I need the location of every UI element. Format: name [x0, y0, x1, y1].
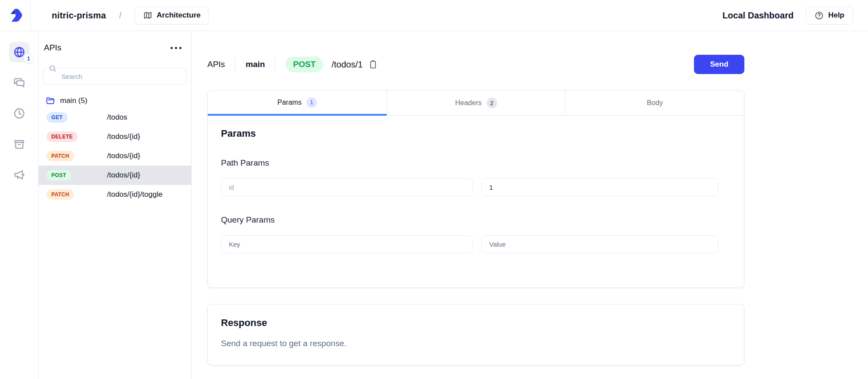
- nitric-logo-icon: [7, 7, 24, 24]
- breadcrumb-root: APIs: [207, 60, 225, 69]
- apis-sidebar: APIs main (5) GET /todos: [39, 31, 192, 379]
- breadcrumb-divider: [235, 57, 235, 72]
- method-badge: PATCH: [46, 151, 74, 161]
- architecture-label: Architecture: [157, 11, 200, 20]
- architecture-button[interactable]: Architecture: [135, 7, 209, 25]
- method-badge: POST: [46, 170, 71, 181]
- endpoint-row-post-todo[interactable]: POST /todos/{id}: [39, 166, 191, 185]
- endpoint-path: /todos/{id}: [107, 152, 140, 160]
- api-group-label: main (5): [60, 96, 87, 105]
- query-param-value-input[interactable]: [481, 235, 718, 253]
- megaphone-icon: [13, 169, 25, 181]
- rail-item-schedules[interactable]: [9, 103, 29, 124]
- sidebar-title: APIs: [44, 43, 61, 53]
- request-path: /todos/1: [331, 60, 363, 70]
- help-button[interactable]: Help: [806, 7, 853, 25]
- endpoint-row-delete-todo[interactable]: DELETE /todos/{id}: [39, 127, 191, 146]
- path-params-row: [221, 178, 717, 196]
- request-tabs: Params 1 Headers 2 Body: [208, 91, 744, 116]
- response-card: Response Send a request to get a respons…: [207, 304, 744, 365]
- method-badge: DELETE: [46, 131, 78, 142]
- path-param-value-input[interactable]: [481, 178, 718, 196]
- endpoint-path: /todos: [107, 113, 127, 122]
- path-params-title: Path Params: [221, 158, 717, 168]
- request-card: Params 1 Headers 2 Body Params Path Para…: [207, 90, 744, 288]
- method-badge: GET: [46, 112, 68, 123]
- method-badge: PATCH: [46, 189, 74, 200]
- endpoint-path: /todos/{id}: [107, 171, 140, 180]
- endpoint-row-get-todos[interactable]: GET /todos: [39, 108, 191, 127]
- tab-headers-label: Headers: [455, 99, 481, 107]
- icon-rail: 1: [0, 31, 39, 379]
- tab-params[interactable]: Params 1: [208, 91, 387, 116]
- apis-count-badge: 1: [24, 53, 34, 64]
- tab-params-label: Params: [277, 99, 302, 106]
- tab-headers-count-badge: 2: [487, 98, 497, 108]
- query-param-key-input[interactable]: [221, 235, 473, 253]
- rail-item-chat[interactable]: [9, 73, 29, 93]
- help-circle-icon: [815, 11, 824, 20]
- help-label: Help: [828, 11, 844, 20]
- endpoint-row-patch-toggle[interactable]: PATCH /todos/{id}/toggle: [39, 185, 191, 204]
- top-bar: nitric-prisma / Architecture Local Dashb…: [0, 0, 868, 31]
- params-title: Params: [221, 128, 717, 139]
- local-dashboard-label: Local Dashboard: [722, 11, 793, 21]
- request-method-badge: POST: [285, 57, 323, 72]
- endpoint-list: GET /todos DELETE /todos/{id} PATCH /tod…: [43, 108, 187, 204]
- endpoint-path: /todos/{id}: [107, 132, 140, 141]
- tab-body-label: Body: [647, 99, 662, 107]
- project-name: nitric-prisma: [52, 11, 106, 21]
- tab-headers[interactable]: Headers 2: [387, 91, 566, 116]
- request-breadcrumb: APIs main POST /todos/1: [207, 55, 868, 74]
- response-title: Response: [221, 317, 731, 329]
- archive-box-icon: [13, 138, 25, 150]
- logo-cell: [0, 0, 31, 31]
- api-group-main[interactable]: main (5): [43, 96, 187, 106]
- endpoint-path: /todos/{id}/toggle: [107, 190, 163, 199]
- tab-params-count-badge: 1: [306, 97, 317, 108]
- breadcrumb-group: main: [245, 60, 265, 69]
- rail-item-topics[interactable]: [9, 165, 29, 185]
- query-params-title: Query Params: [221, 215, 717, 225]
- tab-body[interactable]: Body: [565, 91, 744, 116]
- chat-bubbles-icon: [13, 77, 25, 89]
- rail-item-apis[interactable]: 1: [9, 42, 29, 62]
- search-input[interactable]: [43, 68, 187, 85]
- clock-icon: [13, 107, 25, 120]
- path-param-key-input[interactable]: [221, 178, 473, 196]
- send-button[interactable]: Send: [694, 55, 744, 74]
- folder-open-icon: [46, 96, 55, 106]
- breadcrumb-separator: /: [119, 11, 122, 21]
- params-panel: Params Path Params Query Params: [208, 116, 744, 287]
- endpoint-row-patch-todo[interactable]: PATCH /todos/{id}: [39, 146, 191, 166]
- main-content: APIs main POST /todos/1 Send Params 1: [192, 31, 868, 379]
- response-empty-message: Send a request to get a response.: [221, 339, 731, 348]
- query-params-row: [221, 235, 717, 253]
- more-options-icon[interactable]: [168, 43, 184, 53]
- globe-icon: [13, 46, 25, 58]
- rail-item-storage[interactable]: [9, 134, 29, 154]
- breadcrumb-divider: [275, 57, 275, 72]
- map-icon: [143, 11, 152, 20]
- copy-path-icon[interactable]: [368, 60, 378, 69]
